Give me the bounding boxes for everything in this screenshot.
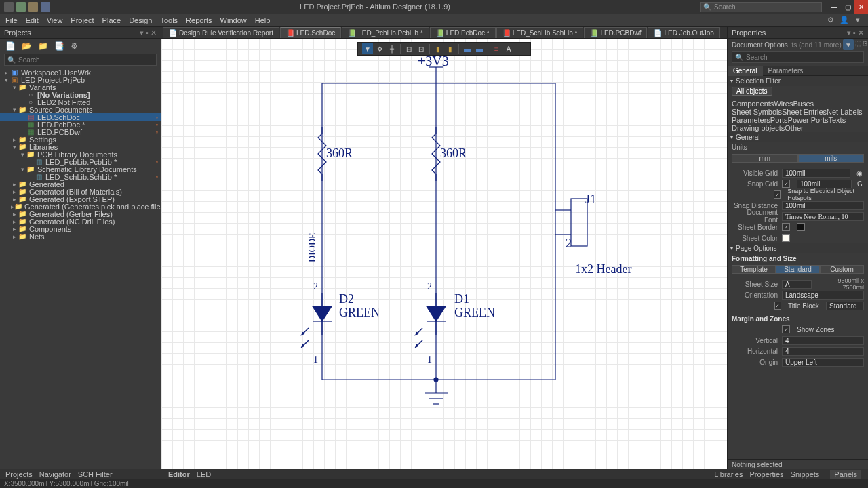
menu-tools[interactable]: Tools: [160, 16, 178, 24]
save-icon[interactable]: 📁: [38, 41, 47, 51]
visible-grid-input[interactable]: 100mil: [782, 169, 850, 178]
panel-tab-navigator[interactable]: Navigator: [39, 470, 71, 479]
filter-tag[interactable]: Components: [732, 100, 774, 108]
sheet-border-color[interactable]: [797, 223, 805, 231]
page-options-header[interactable]: Page Options: [736, 245, 777, 252]
tree-item[interactable]: ▸📁Generated (Generates pick and place fi…: [0, 203, 161, 210]
open-proj-icon[interactable]: 📂: [22, 41, 31, 51]
panel-pin-icon[interactable]: ▾ ▪ ✕: [140, 28, 157, 37]
tree-item[interactable]: ▸📁Settings: [0, 136, 161, 143]
all-objects-button[interactable]: All objects: [732, 87, 772, 96]
filter-tag[interactable]: Wires: [774, 100, 793, 108]
tab-parameters[interactable]: Parameters: [763, 66, 809, 76]
menu-help[interactable]: Help: [255, 16, 271, 24]
compile-icon[interactable]: 📑: [54, 41, 64, 51]
user-icon[interactable]: 👤: [840, 15, 849, 24]
filter-icon[interactable]: ▼: [843, 39, 854, 50]
tree-item[interactable]: ▸📁Generated (NC Drill Files): [0, 218, 161, 225]
sheet-color-swatch[interactable]: [782, 234, 790, 242]
tree-item[interactable]: ▸📁Generated (Bill of Materials): [0, 188, 161, 195]
menu-place[interactable]: Place: [102, 16, 121, 24]
tree-item[interactable]: ▸📁Nets: [0, 232, 161, 240]
doc-font-input[interactable]: Times New Roman, 10: [782, 212, 864, 221]
menu-view[interactable]: View: [47, 16, 63, 24]
tree-item[interactable]: ▸📁Generated (Gerber Files): [0, 210, 161, 218]
doc-tab[interactable]: 📗LED.PcbDoc *: [430, 27, 496, 38]
align2-icon[interactable]: ▮: [445, 43, 456, 54]
tree-item[interactable]: ▤LED.SchDoc▫: [0, 113, 161, 121]
panel-pin-icon[interactable]: ▾ ▪ ✕: [847, 28, 864, 37]
tree-item[interactable]: ▾📁Source Documents: [0, 106, 161, 113]
tree-item[interactable]: ▥LED_PcbLib.PcbLib *▫: [0, 158, 161, 165]
tree-item[interactable]: ▸📁Components: [0, 225, 161, 232]
projects-search[interactable]: 🔍 Search: [4, 54, 157, 66]
tree-item[interactable]: ▦LED.PCBDwf▫: [0, 128, 161, 136]
snap-grid-checkbox[interactable]: ✓: [782, 180, 790, 188]
orientation-select[interactable]: Landscape: [782, 291, 864, 300]
tree-item[interactable]: ▸▣Workspace1.DsnWrk: [0, 68, 161, 76]
menu-window[interactable]: Window: [220, 16, 247, 24]
tree-item[interactable]: ▾▣LED Project.PrjPcb: [0, 76, 161, 83]
title-block-select[interactable]: Standard: [826, 302, 864, 310]
doc-tab[interactable]: 📄Design Rule Verification Report: [163, 27, 279, 38]
origin-select[interactable]: Upper Left: [782, 358, 864, 367]
snap-dist-input[interactable]: 100mil: [782, 201, 864, 210]
filter-tag[interactable]: Other: [785, 124, 804, 132]
doc-tab[interactable]: 📄LED Job.OutJob: [648, 27, 719, 38]
net2-icon[interactable]: ⊡: [416, 43, 427, 54]
tree-item[interactable]: ▥LED_SchLib.SchLib *▫: [0, 173, 161, 180]
filter-tag[interactable]: Ports: [770, 116, 788, 124]
global-search[interactable]: 🔍 Search: [700, 2, 822, 12]
open-icon[interactable]: [28, 2, 38, 12]
fmt-template[interactable]: Template: [732, 265, 776, 274]
fmt-standard[interactable]: Standard: [776, 265, 820, 274]
minimize-button[interactable]: —: [827, 0, 841, 14]
tab-general[interactable]: General: [728, 66, 763, 76]
filter-tag[interactable]: Sheet Entries: [782, 108, 827, 116]
panel-tab-libraries[interactable]: Libraries: [714, 470, 743, 479]
menu-project[interactable]: Project: [71, 16, 94, 24]
align-icon[interactable]: ▮: [433, 43, 443, 54]
text-icon[interactable]: A: [503, 43, 514, 54]
show-zones-checkbox[interactable]: ✓: [782, 325, 790, 333]
tree-item[interactable]: ○LED2 Not Fitted: [0, 98, 161, 106]
snap-grid-input[interactable]: 100mil: [797, 180, 852, 188]
port-icon[interactable]: ≡: [491, 43, 502, 54]
tree-item[interactable]: ▾📁Schematic Library Documents: [0, 165, 161, 173]
tree-item[interactable]: ▾📁Variants: [0, 83, 161, 91]
filter-tag[interactable]: Parameters: [732, 116, 770, 124]
title-block-checkbox[interactable]: ✓: [774, 302, 781, 310]
filter-tag[interactable]: Sheet Symbols: [732, 108, 782, 116]
general-header[interactable]: General: [736, 134, 760, 141]
tree-item[interactable]: ▾📁PCB Library Documents: [0, 150, 161, 158]
menu-file[interactable]: File: [5, 16, 18, 24]
line-icon[interactable]: ⌐: [515, 43, 526, 54]
selection-filter-header[interactable]: Selection Filter: [736, 77, 781, 85]
fmt-custom[interactable]: Custom: [820, 265, 864, 274]
units-mils[interactable]: mils: [798, 154, 865, 163]
horizontal-input[interactable]: 4: [782, 347, 864, 356]
tree-item[interactable]: ▸📁Generated: [0, 180, 161, 188]
properties-search[interactable]: 🔍 Search: [732, 51, 864, 63]
doc-tab[interactable]: 📕LED_SchLib.SchLib *: [496, 27, 584, 38]
schematic-canvas[interactable]: +3V3 360R 360R D2 GREEN D1 GREEN J1 2 1x…: [161, 39, 727, 442]
doc-tab[interactable]: 📗LED.PCBDwf: [584, 27, 647, 38]
editor-tab[interactable]: Editor: [168, 470, 190, 479]
filter-tag[interactable]: Net Labels: [827, 108, 863, 116]
clip-icon[interactable]: ⎘: [863, 39, 867, 50]
dropdown-icon[interactable]: ▾: [853, 15, 863, 24]
tree-item[interactable]: ○[No Variations]: [0, 91, 161, 98]
dist-icon[interactable]: ▬: [462, 43, 473, 54]
vertical-input[interactable]: 4: [782, 336, 864, 345]
move-icon[interactable]: ✥: [374, 43, 385, 54]
filter-tag[interactable]: Texts: [828, 116, 846, 124]
new-icon[interactable]: [16, 2, 26, 12]
panel-tab-projects[interactable]: Projects: [5, 470, 33, 479]
gear-icon[interactable]: ⚙: [826, 15, 835, 24]
doc-tab[interactable]: 📗LED_PcbLib.PcbLib *: [342, 27, 429, 38]
eye-icon[interactable]: ◉: [854, 169, 864, 177]
menu-reports[interactable]: Reports: [186, 16, 212, 24]
save-icon[interactable]: [41, 2, 50, 12]
filter-tag[interactable]: Buses: [793, 100, 814, 108]
panels-button[interactable]: Panels: [830, 470, 861, 479]
